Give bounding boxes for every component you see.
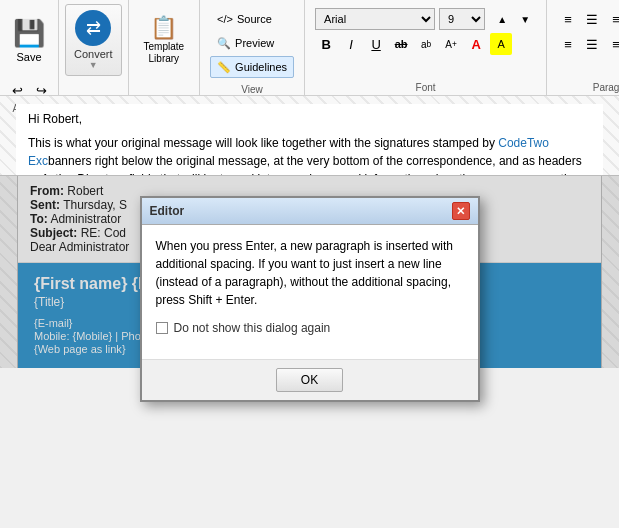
dialog-close-button[interactable]: ✕ [452, 202, 470, 220]
highlight-text: CodeTwo Exc [28, 136, 549, 168]
font-size-select[interactable]: 9 [439, 8, 485, 30]
save-icon: 💾 [13, 18, 45, 49]
document-content: Hi Robert, This is what your original me… [16, 104, 603, 176]
ribbon-group-view: </> Source 🔍 Preview 📏 Guidelines View [200, 0, 305, 95]
salutation: Hi Robert, [28, 112, 591, 126]
convert-label: Convert [74, 48, 113, 60]
document-preview: Hi Robert, This is what your original me… [0, 96, 619, 176]
do-not-show-checkbox[interactable] [156, 322, 168, 334]
bold-button[interactable]: B [315, 33, 337, 55]
ribbon-group-convert: ⇄ Convert ▼ . [59, 0, 129, 95]
dialog-message: When you press Enter, a new paragraph is… [156, 237, 464, 309]
superscript-button[interactable]: A+ [440, 33, 462, 55]
align-left2-button[interactable]: ≡ [557, 33, 579, 55]
convert-button[interactable]: ⇄ Convert ▼ [65, 4, 122, 76]
align-center2-button[interactable]: ☰ [581, 33, 603, 55]
guidelines-label: Guidelines [235, 61, 287, 73]
ok-button[interactable]: OK [276, 368, 343, 392]
convert-icon: ⇄ [75, 10, 111, 46]
document-area: Hi Robert, This is what your original me… [0, 96, 619, 368]
ribbon-group-actions: 💾 Save ↩ ↪ Actions [0, 0, 59, 95]
dialog-title: Editor [150, 204, 185, 218]
template-library-button[interactable]: 📋 Template Library [135, 4, 194, 76]
align-right-button[interactable]: ≡ [605, 8, 619, 30]
preview-label: Preview [235, 37, 274, 49]
italic-button[interactable]: I [340, 33, 362, 55]
dialog-footer: OK [142, 359, 478, 400]
editor-dialog: Editor ✕ When you press Enter, a new par… [140, 196, 480, 402]
highlight-color-button[interactable]: A [490, 33, 512, 55]
do-not-show-label: Do not show this dialog again [174, 321, 331, 335]
dialog-checkbox-row: Do not show this dialog again [156, 321, 464, 335]
guidelines-button[interactable]: 📏 Guidelines [210, 56, 294, 78]
subscript-button[interactable]: ab [415, 33, 437, 55]
view-group-label: View [241, 82, 263, 95]
align-right2-button[interactable]: ≡ [605, 33, 619, 55]
source-icon: </> [217, 13, 233, 25]
preview-button[interactable]: 🔍 Preview [210, 32, 294, 54]
decrease-font-button[interactable]: ▼ [514, 8, 536, 30]
strikethrough-button[interactable]: ab [390, 33, 412, 55]
dialog-title-bar: Editor ✕ [142, 198, 478, 225]
increase-font-button[interactable]: ▲ [491, 8, 513, 30]
body-text: This is what your original message will … [28, 134, 591, 176]
align-left-button[interactable]: ≡ [557, 8, 579, 30]
underline-button[interactable]: U [365, 33, 387, 55]
ribbon-group-template-library: 📋 Template Library . [129, 0, 201, 95]
ribbon-group-paragraph: ≡ ☰ ≡ ☰ ¶ ≡ ☰ ≡ ☰ Paragraph [547, 0, 619, 95]
paragraph-group-label: Paragraph [593, 80, 619, 93]
ribbon: 💾 Save ↩ ↪ Actions ⇄ Convert ▼ . 📋 Templ… [0, 0, 619, 96]
dialog-overlay: Editor ✕ When you press Enter, a new par… [0, 176, 619, 368]
align-center-button[interactable]: ☰ [581, 8, 603, 30]
template-library-label-line2: Library [149, 53, 180, 64]
ribbon-group-font: Arial 9 ▲ ▼ B I U ab ab A+ A A [305, 0, 547, 95]
save-label: Save [16, 51, 41, 63]
save-button[interactable]: 💾 Save [6, 4, 52, 76]
convert-dropdown-arrow: ▼ [89, 60, 98, 70]
font-group-label: Font [416, 80, 436, 93]
font-color-button[interactable]: A [465, 33, 487, 55]
preview-icon: 🔍 [217, 37, 231, 50]
source-button[interactable]: </> Source [210, 8, 294, 30]
template-library-label-line1: Template [144, 41, 185, 52]
undo-button[interactable]: ↩ [6, 79, 28, 101]
email-view-container: From: Robert Sent: Thursday, S To: Admin… [0, 176, 619, 368]
dialog-body: When you press Enter, a new paragraph is… [142, 225, 478, 359]
font-family-select[interactable]: Arial [315, 8, 435, 30]
source-label: Source [237, 13, 272, 25]
redo-button[interactable]: ↪ [30, 79, 52, 101]
guidelines-icon: 📏 [217, 61, 231, 74]
template-library-icon: 📋 [150, 15, 177, 41]
close-icon: ✕ [456, 205, 465, 218]
